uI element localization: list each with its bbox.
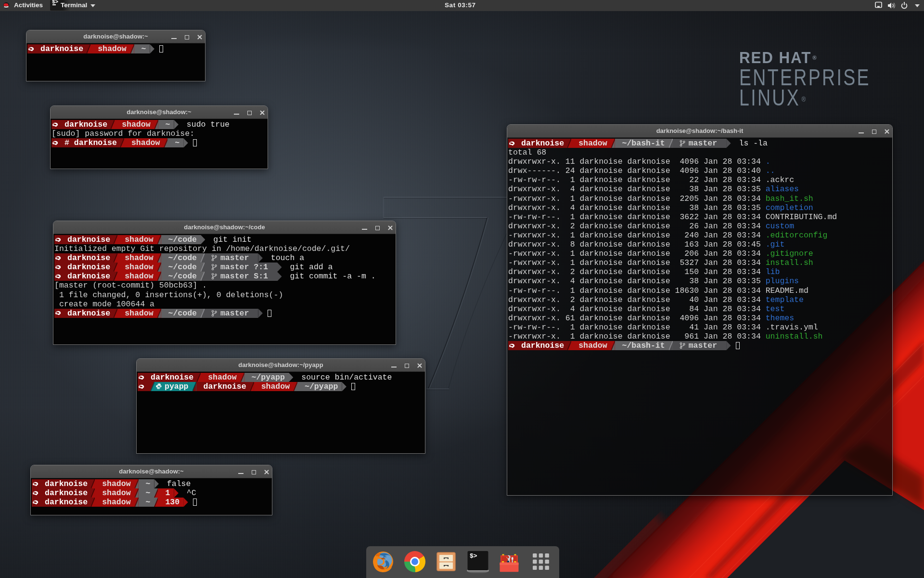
svg-text:$>: $>: [470, 552, 477, 560]
